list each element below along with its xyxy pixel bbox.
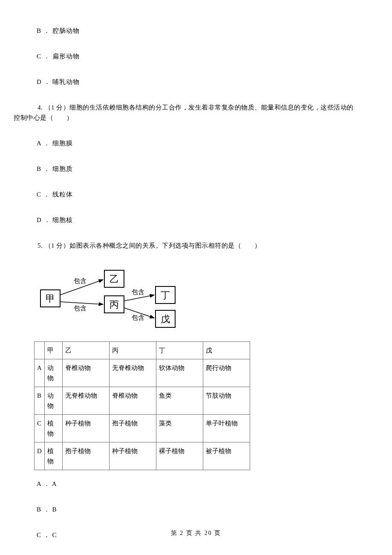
row-a-ding: 软体动物: [156, 359, 203, 387]
row-d-ding: 裸子植物: [156, 442, 203, 470]
row-d-label: D: [35, 442, 45, 470]
row-a-yi: 脊椎动物: [62, 359, 109, 387]
table-header-jia: 甲: [44, 342, 62, 359]
row-d-yi: 孢子植物: [62, 442, 109, 470]
table-header-ding: 丁: [156, 342, 203, 359]
q5-option-a: A ． A: [37, 479, 366, 489]
svg-line-6: [60, 302, 103, 304]
row-b-wu: 节肢动物: [203, 387, 250, 415]
q5-option-b: B ． B: [37, 504, 366, 515]
node-yi: 乙: [110, 274, 119, 284]
q5-table: 甲 乙 丙 丁 戊 A 动物 脊椎动物 无脊椎动物 软体动物 爬行动物 B 动物…: [34, 341, 250, 470]
page-footer: 第 2 页 共 20 页: [0, 529, 392, 538]
edge-bing-ding-label: 包含: [132, 289, 144, 295]
row-d-wu: 被子植物: [203, 442, 250, 470]
q4-stem-line1: 4. （1 分）细胞的生活依赖细胞各结构的分工合作，发生着非常复杂的物质、能量和…: [37, 104, 354, 111]
row-c-yi: 种子植物: [62, 415, 109, 442]
table-row: D 植物 孢子植物 种子植物 裸子植物 被子植物: [35, 442, 250, 470]
row-a-bing: 无脊椎动物: [109, 359, 156, 387]
row-a-jia: 动物: [44, 359, 62, 387]
node-wu: 戊: [161, 314, 170, 324]
node-jia: 甲: [46, 293, 55, 304]
row-c-jia: 植物: [44, 415, 62, 442]
row-c-ding: 藻类: [156, 415, 203, 442]
q4-stem: 4. （1 分）细胞的生活依赖细胞各结构的分工合作，发生着非常复杂的物质、能量和…: [26, 102, 366, 123]
table-row: C 植物 种子植物 孢子植物 藻类 单子叶植物: [35, 415, 250, 442]
q3-option-c: C ． 扁形动物: [37, 51, 366, 61]
q4-option-c: C ． 线粒体: [37, 189, 366, 199]
node-bing: 丙: [110, 299, 119, 310]
table-header-blank: [35, 342, 45, 359]
row-a-wu: 爬行动物: [203, 359, 250, 387]
q5-diagram: 甲 乙 丙 丁 戊 包含 包含 包含 包含: [34, 266, 366, 333]
table-header-yi: 乙: [62, 342, 109, 359]
row-d-bing: 种子植物: [109, 442, 156, 470]
row-c-wu: 单子叶植物: [203, 415, 250, 442]
table-row: A 动物 脊椎动物 无脊椎动物 软体动物 爬行动物: [35, 359, 250, 387]
row-b-jia: 动物: [44, 387, 62, 415]
q4-stem-line2: 控制中心是（ ）: [14, 114, 73, 121]
q5-stem: 5. （1 分）如图表示各种概念之间的关系。下列选项与图示相符的是（ ）: [26, 240, 366, 251]
q4-option-d: D ． 细胞核: [37, 215, 366, 225]
row-b-bing: 脊椎动物: [109, 387, 156, 415]
row-d-jia: 植物: [44, 442, 62, 470]
table-row: B 动物 无脊椎动物 脊椎动物 鱼类 节肢动物: [35, 387, 250, 415]
node-ding: 丁: [161, 290, 170, 301]
q4-option-a: A ． 细胞膜: [37, 138, 366, 148]
q4-option-b: B ． 细胞质: [37, 164, 366, 174]
table-header-wu: 戊: [203, 342, 250, 359]
row-a-label: A: [35, 359, 45, 387]
row-c-label: C: [35, 415, 45, 442]
row-b-ding: 鱼类: [156, 387, 203, 415]
table-header-bing: 丙: [109, 342, 156, 359]
q3-option-b: B ． 腔肠动物: [37, 26, 366, 36]
row-b-yi: 无脊椎动物: [62, 387, 109, 415]
edge-jia-yi-label: 包含: [74, 278, 86, 284]
row-b-label: B: [35, 387, 45, 415]
svg-line-7: [124, 295, 154, 301]
q3-option-d: D ． 哺乳动物: [37, 77, 366, 87]
edge-jia-bing-label: 包含: [74, 305, 86, 312]
edge-bing-wu-label: 包含: [132, 314, 144, 321]
row-c-bing: 孢子植物: [109, 415, 156, 442]
